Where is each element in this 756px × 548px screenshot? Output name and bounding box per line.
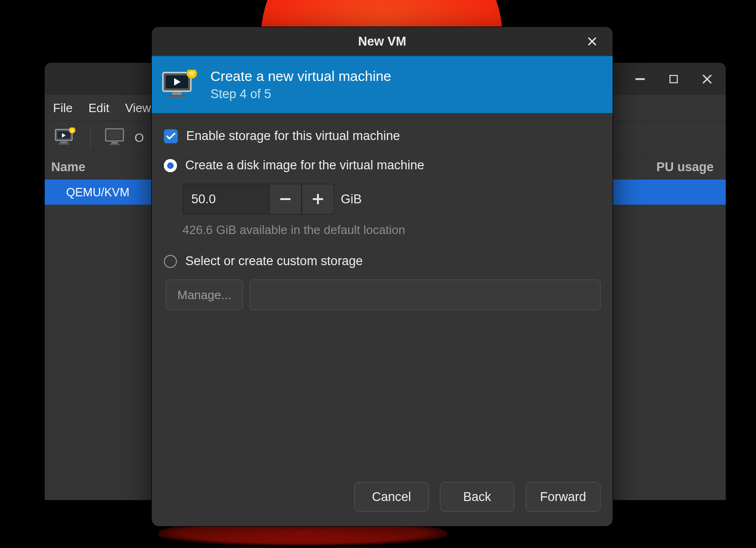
banner-step-label: Step 4 of 5 [210,87,392,102]
create-disk-label: Create a disk image for the virtual mach… [185,158,424,173]
manage-storage-button: Manage... [166,280,243,310]
menu-view[interactable]: View [125,101,151,115]
svg-rect-10 [111,142,118,144]
dialog-body: Enable storage for this virtual machine … [152,113,613,471]
dialog-close-button[interactable] [582,27,602,56]
manage-storage-label: Manage... [177,288,231,302]
monitor-icon [105,128,126,147]
dialog-footer: Cancel Back Forward [152,471,613,526]
column-name-header[interactable]: Name [51,160,86,174]
enable-storage-checkbox[interactable] [164,129,178,143]
svg-rect-5 [60,141,68,143]
connection-row-label: QEMU/KVM [66,186,129,199]
parent-minimize-button[interactable] [634,73,647,86]
svg-rect-15 [172,92,182,95]
parent-close-button[interactable] [701,73,714,86]
svg-rect-6 [58,143,69,145]
cancel-button-label: Cancel [372,490,411,504]
back-button[interactable]: Back [440,482,514,512]
toolbar-separator [90,127,91,148]
svg-rect-9 [108,131,122,139]
toolbar-new-vm-button[interactable] [49,125,82,151]
monitor-new-icon [54,127,77,148]
cancel-button[interactable]: Cancel [354,482,429,512]
disk-size-increment-button[interactable] [302,184,334,214]
dialog-titlebar: New VM [152,27,613,56]
disk-size-decrement-button[interactable] [269,184,302,214]
select-custom-storage-label: Select or create custom storage [185,254,363,268]
column-cpu-header-trunc[interactable]: PU usage [656,160,714,174]
svg-rect-20 [313,198,323,200]
dialog-banner: Create a new virtual machine Step 4 of 5 [152,56,613,113]
toolbar-open-button[interactable] [99,125,132,151]
new-vm-dialog: New VM Create a new virtual machine Step… [151,27,613,527]
disk-size-input[interactable] [182,184,269,214]
svg-rect-11 [109,144,120,145]
back-button-label: Back [463,490,491,504]
forward-button[interactable]: Forward [526,482,601,512]
menu-edit[interactable]: Edit [88,101,109,115]
dialog-title: New VM [358,34,406,49]
svg-rect-0 [635,78,645,80]
disk-size-unit: GiB [341,192,362,207]
svg-rect-16 [169,95,185,97]
parent-maximize-button[interactable] [667,73,680,86]
create-disk-radio[interactable] [164,159,177,172]
toolbar-open-label-trunc: O [135,131,144,145]
menu-file[interactable]: File [53,101,73,115]
available-space-hint: 426.6 GiB available in the default locat… [182,223,601,237]
forward-button-label: Forward [540,490,586,504]
custom-storage-path-field [250,280,601,310]
vm-wizard-icon [160,69,200,101]
select-custom-storage-radio[interactable] [164,255,177,268]
svg-rect-1 [670,75,677,83]
banner-title: Create a new virtual machine [210,67,392,85]
svg-rect-18 [280,198,290,200]
enable-storage-label: Enable storage for this virtual machine [186,129,400,143]
